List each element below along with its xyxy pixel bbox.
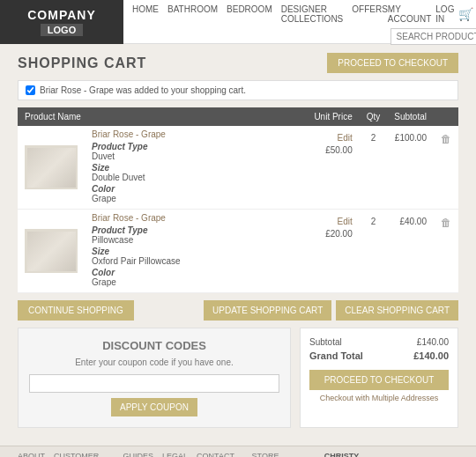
summary-box: Subtotal £140.00 Grand Total £140.00 PRO… <box>300 328 458 428</box>
clear-cart-button[interactable]: CLEAR SHOPPING CART <box>336 300 458 321</box>
size-label: Size <box>92 163 300 173</box>
coupon-input[interactable] <box>29 374 279 393</box>
delete-cell-1: 🗑 <box>434 126 458 210</box>
edit-link-1[interactable]: Edit <box>338 133 353 143</box>
col-product-name: Product Name <box>18 107 307 126</box>
color-value-2: Grape <box>92 277 300 287</box>
product-image-cell-2 <box>18 210 85 293</box>
unit-price-1: £50.00 <box>325 145 353 155</box>
search-box: 🔍 <box>390 28 476 45</box>
footer-store[interactable]: STORE LOCATOR <box>252 452 313 457</box>
update-cart-button[interactable]: UPDATE SHOPPING CART <box>204 300 331 321</box>
nav-right: MY ACCOUNT LOG IN 🛒 2 ITEMS £140.00 <box>388 3 476 26</box>
qty-1: 2 <box>367 133 381 143</box>
logo-text: LOGO <box>41 24 83 36</box>
product-img-inner-2 <box>27 232 76 271</box>
discount-title: DISCOUNT CODES <box>29 339 279 352</box>
col-unit-price: Unit Price <box>307 107 360 126</box>
edit-link-2[interactable]: Edit <box>338 217 353 226</box>
product-type-value: Duvet <box>92 151 300 161</box>
nav-top: HOME BATHROOM BEDROOM DESIGNER COLLECTIO… <box>132 0 476 28</box>
proceed-checkout-bottom-button[interactable]: PROCEED TO CHECKOUT <box>309 370 449 390</box>
product-details-cell: Briar Rose - Grape Product Type Duvet Si… <box>85 126 307 210</box>
login-link[interactable]: LOG IN <box>435 4 454 24</box>
edit-price-cell: Edit £50.00 <box>307 126 360 210</box>
header: COMPANY LOGO HOME BATHROOM BEDROOM DESIG… <box>0 0 476 44</box>
color-label: Color <box>92 184 300 194</box>
size-value-2: Oxford Pair Pillowcase <box>92 256 300 266</box>
footer-links: ABOUT CUSTOMER INFO GUIDES LEGAL CONTACT… <box>18 452 313 457</box>
nav-main: HOME BATHROOM BEDROOM DESIGNER COLLECTIO… <box>132 4 388 24</box>
nav-bottom: 🔍 <box>132 28 476 45</box>
footer-legal[interactable]: LEGAL <box>162 452 188 457</box>
cart-actions: CONTINUE SHOPPING UPDATE SHOPPING CART C… <box>18 300 458 321</box>
product-type-label: Product Type <box>92 142 300 151</box>
grand-value: £140.00 <box>413 350 449 361</box>
proceed-checkout-top-button[interactable]: PROCEED TO CHECKOUT <box>327 53 458 73</box>
nav-bathroom[interactable]: BATHROOM <box>167 4 218 24</box>
logo-area: COMPANY LOGO <box>0 0 123 44</box>
subtotal-label: Subtotal <box>309 337 342 347</box>
product-type-label-2: Product Type <box>92 225 300 235</box>
footer-newsletter: ✉ CHRISTY NEWSLETTER <box>313 452 408 457</box>
subtotal-cell-1: £100.00 <box>387 126 434 210</box>
cart-icon[interactable]: 🛒 <box>458 7 473 21</box>
page-title: SHOPPING CART <box>18 55 146 71</box>
subtotal-2: £40.00 <box>394 217 427 226</box>
grand-label: Grand Total <box>309 350 363 361</box>
company-name: COMPANY <box>27 8 96 22</box>
col-subtotal: Subtotal <box>387 107 434 126</box>
product-image-cell <box>18 126 85 210</box>
col-delete <box>434 107 458 126</box>
discount-text: Enter your coupon code if you have one. <box>29 357 279 367</box>
newsletter-label: CHRISTY NEWSLETTER <box>324 452 408 457</box>
qty-2: 2 <box>367 217 381 226</box>
color-label-2: Color <box>92 268 300 277</box>
delete-cell-2: 🗑 <box>434 210 458 293</box>
footer-top: ABOUT CUSTOMER INFO GUIDES LEGAL CONTACT… <box>18 452 458 457</box>
product-name[interactable]: Briar Rose - Grape <box>92 129 300 139</box>
footer: ABOUT CUSTOMER INFO GUIDES LEGAL CONTACT… <box>0 446 476 457</box>
apply-coupon-button[interactable]: APPLY COUPON <box>111 398 197 416</box>
delete-icon-1[interactable]: 🗑 <box>441 133 451 145</box>
bottom-section: DISCOUNT CODES Enter your coupon code if… <box>18 328 458 428</box>
alert-message: Briar Rose - Grape was added to your sho… <box>18 80 458 100</box>
product-image-2 <box>25 229 78 273</box>
subtotal-row: Subtotal £140.00 <box>309 337 449 347</box>
search-input[interactable] <box>390 28 476 45</box>
qty-cell-1: 2 <box>360 126 388 210</box>
alert-checkbox[interactable] <box>26 85 35 95</box>
product-type-value-2: Pillowcase <box>92 235 300 245</box>
continue-shopping-button[interactable]: CONTINUE SHOPPING <box>18 300 134 321</box>
qty-cell-2: 2 <box>360 210 388 293</box>
nav-offers[interactable]: OFFERS <box>352 4 388 24</box>
alert-text: Briar Rose - Grape was added to your sho… <box>40 85 246 95</box>
nav-home[interactable]: HOME <box>132 4 159 24</box>
grand-total-row: Grand Total £140.00 <box>309 350 449 361</box>
cart-header: SHOPPING CART PROCEED TO CHECKOUT <box>18 53 458 73</box>
footer-contact[interactable]: CONTACT US <box>197 452 242 457</box>
subtotal-cell-2: £40.00 <box>387 210 434 293</box>
checkout-multi-link[interactable]: Checkout with Multiple Addresses <box>309 394 449 402</box>
footer-customer-info[interactable]: CUSTOMER INFO <box>54 452 115 457</box>
size-label-2: Size <box>92 247 300 256</box>
my-account-link[interactable]: MY ACCOUNT <box>388 4 431 24</box>
unit-price-2: £20.00 <box>325 229 353 239</box>
nav-bedroom[interactable]: BEDROOM <box>227 4 272 24</box>
footer-about[interactable]: ABOUT <box>18 452 45 457</box>
color-value: Grape <box>92 194 300 203</box>
product-name-2[interactable]: Briar Rose - Grape <box>92 213 300 223</box>
discount-box: DISCOUNT CODES Enter your coupon code if… <box>18 328 291 428</box>
main-content: SHOPPING CART PROCEED TO CHECKOUT Briar … <box>0 44 476 437</box>
size-value: Double Duvet <box>92 173 300 182</box>
table-row: Briar Rose - Grape Product Type Pillowca… <box>18 210 458 293</box>
product-image <box>25 145 78 189</box>
subtotal-value: £140.00 <box>417 337 449 347</box>
edit-price-cell-2: Edit £20.00 <box>307 210 360 293</box>
delete-icon-2[interactable]: 🗑 <box>441 217 451 229</box>
footer-guides[interactable]: GUIDES <box>123 452 154 457</box>
product-details-cell-2: Briar Rose - Grape Product Type Pillowca… <box>85 210 307 293</box>
nav-designer[interactable]: DESIGNER COLLECTIONS <box>281 4 344 24</box>
nav-area: HOME BATHROOM BEDROOM DESIGNER COLLECTIO… <box>123 0 476 45</box>
cart-table: Product Name Unit Price Qty Subtotal Bri… <box>18 107 458 293</box>
